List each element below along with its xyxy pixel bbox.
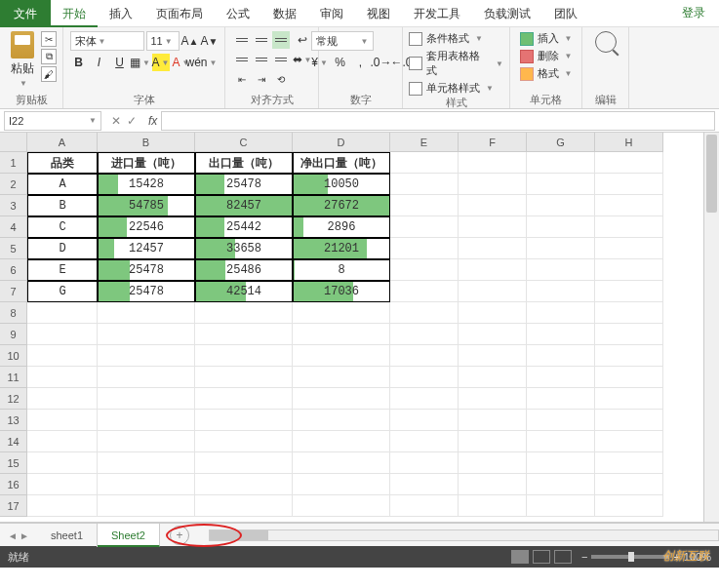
cell[interactable] <box>293 495 390 517</box>
sheet-nav-next[interactable]: ► <box>20 530 29 540</box>
cell[interactable] <box>459 388 527 410</box>
login-link[interactable]: 登录 <box>668 5 719 21</box>
cell[interactable] <box>595 495 663 517</box>
cell[interactable] <box>27 410 98 431</box>
cell[interactable] <box>459 238 527 259</box>
row-header-8[interactable]: 8 <box>0 302 27 324</box>
cell[interactable] <box>527 452 595 474</box>
cell[interactable] <box>195 474 293 495</box>
cell[interactable] <box>390 302 459 324</box>
font-name-select[interactable]: 宋体▼ <box>70 31 144 51</box>
cell[interactable]: 进口量（吨） <box>98 152 195 174</box>
cell[interactable] <box>27 388 98 410</box>
tab-dev[interactable]: 开发工具 <box>402 0 472 27</box>
cell[interactable] <box>527 431 595 452</box>
cell[interactable] <box>595 152 663 174</box>
cell[interactable] <box>195 324 293 345</box>
tab-load[interactable]: 负载测试 <box>472 0 542 27</box>
cell[interactable]: 25478 <box>98 259 195 281</box>
row-header-17[interactable]: 17 <box>0 495 27 517</box>
align-mid-right[interactable] <box>272 51 290 68</box>
cell[interactable]: 15428 <box>98 174 195 195</box>
cell[interactable] <box>459 281 527 302</box>
sheet-tab-1[interactable]: sheet1 <box>37 524 98 547</box>
cell[interactable] <box>527 367 595 388</box>
cell[interactable] <box>595 302 663 324</box>
cond-format-button[interactable]: 条件格式▼ <box>409 31 503 46</box>
row-header-3[interactable]: 3 <box>0 195 27 216</box>
cell[interactable] <box>595 259 663 281</box>
cell[interactable]: 12457 <box>98 238 195 259</box>
cell[interactable] <box>293 388 390 410</box>
row-header-5[interactable]: 5 <box>0 238 27 259</box>
cell[interactable] <box>27 495 98 517</box>
cell[interactable] <box>459 345 527 367</box>
cell[interactable] <box>459 452 527 474</box>
align-top-left[interactable] <box>233 31 251 49</box>
row-header-12[interactable]: 12 <box>0 388 27 410</box>
cell[interactable] <box>390 388 459 410</box>
cell[interactable] <box>459 367 527 388</box>
cell[interactable] <box>293 345 390 367</box>
cell[interactable]: 品类 <box>27 152 98 174</box>
cell[interactable]: 净出口量（吨） <box>293 152 390 174</box>
cell[interactable] <box>390 259 459 281</box>
cell[interactable] <box>195 302 293 324</box>
select-all-corner[interactable] <box>0 133 27 152</box>
cell[interactable] <box>98 388 195 410</box>
cell[interactable] <box>595 474 663 495</box>
cell[interactable] <box>293 324 390 345</box>
vertical-scrollbar[interactable] <box>703 133 719 522</box>
cell[interactable] <box>459 474 527 495</box>
cell[interactable] <box>293 367 390 388</box>
delete-button[interactable]: 删除▼ <box>520 49 573 63</box>
cell[interactable]: 25486 <box>195 259 293 281</box>
tab-data[interactable]: 数据 <box>261 0 308 27</box>
cell[interactable] <box>459 259 527 281</box>
col-header-F[interactable]: F <box>459 133 527 152</box>
cell[interactable] <box>595 452 663 474</box>
cell[interactable] <box>195 452 293 474</box>
cell[interactable] <box>595 345 663 367</box>
cell[interactable] <box>293 474 390 495</box>
cell[interactable] <box>390 216 459 238</box>
cell[interactable] <box>595 281 663 302</box>
align-top-center[interactable] <box>253 31 270 49</box>
tab-home[interactable]: 开始 <box>51 0 98 27</box>
tab-layout[interactable]: 页面布局 <box>144 0 215 27</box>
wrap-text-icon[interactable]: ↩ <box>294 31 311 49</box>
cell[interactable] <box>527 281 595 302</box>
font-size-select[interactable]: 11▼ <box>146 31 180 51</box>
currency-icon[interactable]: ¥▼ <box>311 54 329 71</box>
indent-dec[interactable]: ⇤ <box>233 70 251 88</box>
cell[interactable] <box>98 345 195 367</box>
cell[interactable] <box>390 431 459 452</box>
cell[interactable] <box>595 195 663 216</box>
cell[interactable] <box>595 367 663 388</box>
col-header-B[interactable]: B <box>98 133 195 152</box>
cell[interactable] <box>527 152 595 174</box>
row-header-15[interactable]: 15 <box>0 452 27 474</box>
cell[interactable]: 21201 <box>293 238 390 259</box>
cell[interactable] <box>527 216 595 238</box>
cell[interactable] <box>98 452 195 474</box>
bold-button[interactable]: B <box>70 54 88 71</box>
cell[interactable] <box>390 281 459 302</box>
tab-view[interactable]: 视图 <box>355 0 402 27</box>
cell[interactable] <box>527 410 595 431</box>
cell[interactable] <box>459 195 527 216</box>
cell[interactable]: D <box>27 238 98 259</box>
col-header-E[interactable]: E <box>390 133 459 152</box>
cell[interactable] <box>390 345 459 367</box>
cell[interactable]: 25442 <box>195 216 293 238</box>
cell[interactable]: 42514 <box>195 281 293 302</box>
cell[interactable] <box>98 302 195 324</box>
phonetic-button[interactable]: wén▼ <box>193 54 211 71</box>
cell[interactable]: A <box>27 174 98 195</box>
cell[interactable] <box>595 410 663 431</box>
cell[interactable] <box>527 474 595 495</box>
cell[interactable]: 22546 <box>98 216 195 238</box>
merge-icon[interactable]: ⬌▼ <box>294 51 311 68</box>
row-header-1[interactable]: 1 <box>0 152 27 174</box>
percent-icon[interactable]: % <box>332 54 349 71</box>
